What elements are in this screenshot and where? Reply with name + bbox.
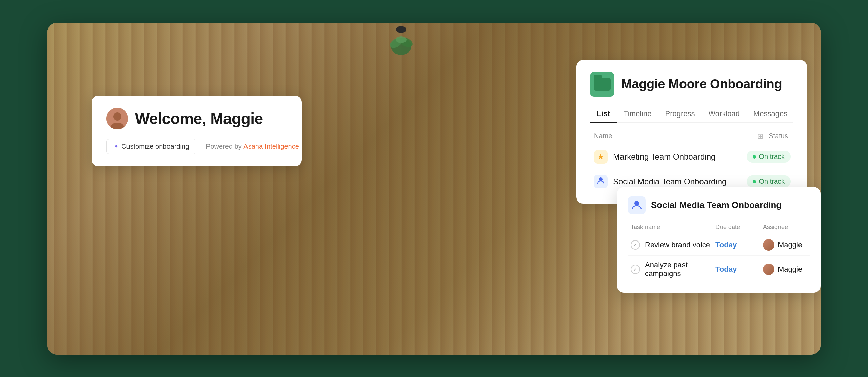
tab-progress[interactable]: Progress xyxy=(658,106,702,123)
customize-onboarding-button[interactable]: ✦ Customize onboarding xyxy=(106,139,196,154)
check-icon-2: ✓ xyxy=(631,265,640,274)
asana-intelligence-link[interactable]: Asana Intelligence xyxy=(243,143,299,150)
col-name-header: Name xyxy=(594,132,612,140)
status-text-marketing: On track xyxy=(759,153,785,161)
subtask-icon xyxy=(628,196,646,214)
avatar-svg xyxy=(106,108,128,129)
project-tabs: List Timeline Progress Workload Messages xyxy=(590,106,793,123)
status-badge-social: On track xyxy=(747,175,791,187)
welcome-title: Welcome, Maggie xyxy=(135,109,263,128)
plant-leaves-svg xyxy=(388,29,415,57)
tab-messages[interactable]: Messages xyxy=(747,106,794,123)
assignee-name-1: Maggie xyxy=(778,240,802,249)
subtask-task-name-2: Analyze past campaigns xyxy=(645,260,715,278)
sh-taskname: Task name xyxy=(631,224,715,231)
subtask-popup-card: Social Media Team Onboarding Task name D… xyxy=(617,187,821,293)
status-dot-2 xyxy=(753,180,756,183)
assignee-avatar-1 xyxy=(763,239,774,251)
plant-decoration xyxy=(388,26,415,60)
table-row[interactable]: ★ Marketing Team Onboarding On track xyxy=(590,145,793,169)
welcome-actions: ✦ Customize onboarding Powered by Asana … xyxy=(106,139,287,154)
subtask-task-name-1: Review brand voice xyxy=(645,240,715,249)
subtask-title: Social Media Team Onboarding xyxy=(651,200,782,210)
project-card: Maggie Moore Onboarding List Timeline Pr… xyxy=(576,60,807,204)
check-mark-2: ✓ xyxy=(633,267,637,272)
subtask-person-icon xyxy=(631,200,642,211)
subtask-table-header: Task name Due date Assignee xyxy=(628,222,810,233)
drag-icon: ⊞ xyxy=(757,132,763,140)
due-date-2: Today xyxy=(715,265,763,274)
task-name-social: Social Media Team Onboarding xyxy=(613,177,726,186)
subtask-header: Social Media Team Onboarding xyxy=(628,196,810,214)
row-left-social: Social Media Team Onboarding xyxy=(594,175,726,188)
avatar xyxy=(106,108,128,129)
project-title: Maggie Moore Onboarding xyxy=(621,77,782,91)
project-header: Maggie Moore Onboarding xyxy=(590,72,793,97)
svg-point-7 xyxy=(599,177,603,181)
tab-timeline[interactable]: Timeline xyxy=(617,106,658,123)
svg-point-5 xyxy=(113,112,121,121)
check-icon-1: ✓ xyxy=(631,240,640,250)
row-left: ★ Marketing Team Onboarding xyxy=(594,150,715,164)
person-icon xyxy=(597,177,605,186)
subtask-row[interactable]: ✓ Analyze past campaigns Today Maggie xyxy=(628,256,810,283)
subtask-row[interactable]: ✓ Review brand voice Today Maggie xyxy=(628,234,810,256)
due-date-1: Today xyxy=(715,240,763,249)
task-name-marketing: Marketing Team Onboarding xyxy=(613,152,715,162)
star-icon: ★ xyxy=(597,152,604,161)
task-icon-marketing: ★ xyxy=(594,150,608,164)
powered-by-label: Powered by xyxy=(206,143,242,150)
assignee-name-2: Maggie xyxy=(778,265,802,274)
powered-by-text: Powered by Asana Intelligence xyxy=(206,143,299,150)
assignee-avatar-2 xyxy=(763,264,774,275)
table-header: Name ⊞ Status xyxy=(590,129,793,143)
project-icon xyxy=(590,72,614,97)
welcome-header: Welcome, Maggie xyxy=(106,108,287,129)
folder-icon xyxy=(594,78,611,91)
svg-point-3 xyxy=(396,36,407,43)
task-icon-social xyxy=(594,175,608,188)
status-badge-marketing: On track xyxy=(747,151,791,163)
welcome-card: Welcome, Maggie ✦ Customize onboarding P… xyxy=(92,96,302,166)
svg-point-8 xyxy=(634,201,639,206)
main-frame: Welcome, Maggie ✦ Customize onboarding P… xyxy=(47,23,821,355)
tab-workload[interactable]: Workload xyxy=(702,106,747,123)
status-text-social: On track xyxy=(759,177,785,185)
status-dot xyxy=(753,155,756,159)
sparkle-icon: ✦ xyxy=(114,143,119,150)
tab-list[interactable]: List xyxy=(590,106,617,123)
col-status-header: Status xyxy=(769,132,788,140)
sh-assignee: Assignee xyxy=(763,224,807,231)
check-mark-1: ✓ xyxy=(633,242,637,248)
assignee-cell-1: Maggie xyxy=(763,239,807,251)
assignee-cell-2: Maggie xyxy=(763,264,807,275)
sh-duedate: Due date xyxy=(715,224,763,231)
customize-btn-label: Customize onboarding xyxy=(121,143,189,150)
